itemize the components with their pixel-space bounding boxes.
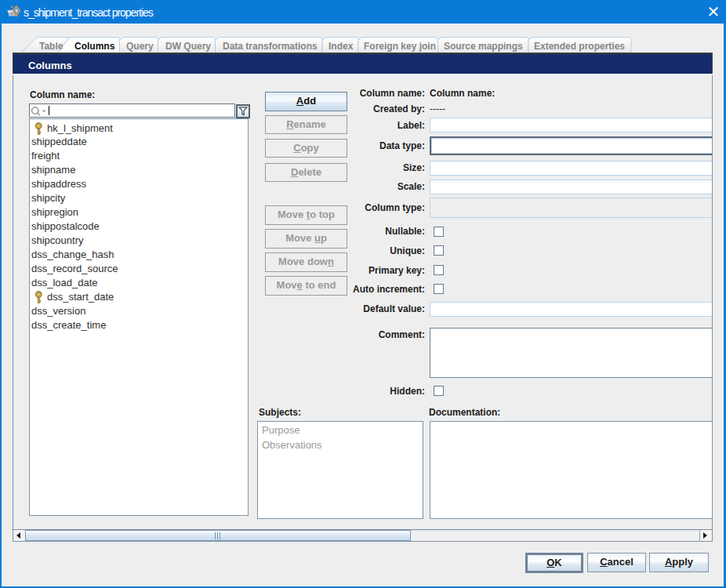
svg-text:Data transformations: Data transformations — [223, 41, 318, 52]
svg-text:Query: Query — [126, 41, 154, 52]
svg-text:Foreign key join: Foreign key join — [364, 41, 436, 52]
svg-text:Source mappings: Source mappings — [444, 41, 523, 52]
svg-text:Table: Table — [39, 41, 64, 52]
svg-text:Columns: Columns — [74, 41, 115, 52]
svg-text:Extended properties: Extended properties — [534, 41, 625, 52]
svg-text:DW Query: DW Query — [165, 41, 211, 52]
svg-text:Index: Index — [329, 41, 354, 52]
